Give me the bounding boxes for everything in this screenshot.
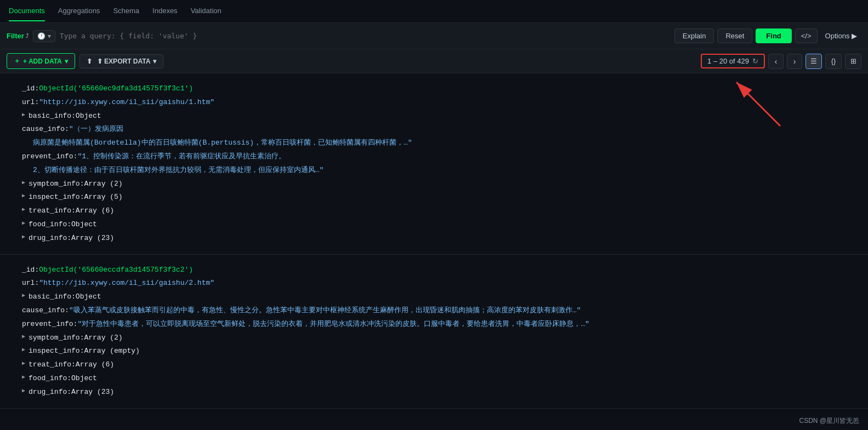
doc-cause-info-line1: cause_info: "（一）发病原因: [11, 123, 857, 136]
document-card: _id: ObjectId('65660eccdfa3d14575f3f3c2'…: [0, 255, 868, 409]
doc-cause-info-line2: 病原菌是鲍特菌属(Bordetella)中的百日咳鲍特菌(B.pertussis…: [11, 136, 857, 150]
doc-url-line: url: "http://jib.xywy.com/il_sii/gaishu/…: [11, 96, 857, 110]
filter-input[interactable]: [60, 32, 670, 40]
json-view-button[interactable]: {}: [825, 54, 842, 69]
plus-icon: ＋: [14, 56, 20, 66]
documents-container: _id: ObjectId('65660ec9dfa3d14575f3f3c1'…: [0, 73, 868, 430]
add-data-button[interactable]: ＋ + ADD DATA ▾: [7, 53, 75, 69]
doc2-url-line: url: "http://jib.xywy.com/il_sii/gaishu/…: [11, 277, 857, 290]
history-button[interactable]: 🕐 ▾: [33, 30, 55, 42]
doc2-cause-info-line: cause_info: "吸入苯蒸气或皮肤接触苯而引起的中毒，有急性、慢性之分。…: [11, 304, 857, 318]
doc-basic-info-line: ▶ basic_info: Object: [11, 110, 857, 123]
tab-validation[interactable]: Validation: [191, 1, 222, 21]
tab-schema[interactable]: Schema: [113, 1, 139, 21]
doc2-inspect-info-line: ▶ inspect_info: Array (empty): [11, 345, 857, 358]
pagination-area: 1 – 20 of 429 ↻ ‹ › ☰ {} ⊞: [701, 54, 861, 69]
options-button[interactable]: Options ▶: [821, 29, 861, 43]
doc2-drug-info-line: ▶ drug_info: Array (23): [11, 386, 857, 399]
doc-treat-info-line: ▶ treat_info: Array (6): [11, 204, 857, 218]
reset-button[interactable]: Reset: [717, 28, 752, 43]
doc2-id-line: _id: ObjectId('65660eccdfa3d14575f3f3c2'…: [11, 263, 857, 277]
pagination-box: 1 – 20 of 429 ↻: [701, 54, 765, 68]
chevron-down-icon: ▾: [153, 58, 156, 65]
tab-indexes[interactable]: Indexes: [152, 1, 178, 21]
doc-inspect-info-line: ▶ inspect_info: Array (5): [11, 191, 857, 204]
code-toggle-button[interactable]: </>: [795, 28, 818, 43]
doc-prevent-info-line1: prevent_info: "1、控制传染源：在流行季节，若有前驱症状应及早抗生…: [11, 150, 857, 164]
document-card: _id: ObjectId('65660ec9dfa3d14575f3f3c1'…: [0, 73, 868, 255]
chevron-down-icon: ▾: [65, 58, 68, 65]
nav-tabs: Documents Aggregations Schema Indexes Va…: [0, 0, 868, 23]
doc-symptom-info-line: ▶ symptom_info: Array (2): [11, 177, 857, 191]
prev-page-button[interactable]: ‹: [768, 54, 784, 69]
table-view-button[interactable]: ⊞: [845, 54, 861, 69]
doc-drug-info-line: ▶ drug_info: Array (23): [11, 232, 857, 245]
refresh-icon[interactable]: ↻: [752, 57, 758, 65]
chevron-down-icon: ▾: [48, 32, 51, 40]
tab-aggregations[interactable]: Aggregations: [58, 1, 100, 21]
doc2-symptom-info-line: ▶ symptom_info: Array (2): [11, 331, 857, 345]
doc2-treat-info-line: ▶ treat_info: Array (6): [11, 358, 857, 372]
explain-button[interactable]: Explain: [674, 28, 714, 43]
pagination-label: 1 – 20 of 429: [707, 57, 749, 65]
external-link-icon: ⤴: [26, 33, 29, 39]
clock-icon: 🕐: [37, 32, 46, 40]
doc2-prevent-info-line: prevent_info: "对于急性中毒患者，可以立即脱离现场至空气新鲜处，脱…: [11, 318, 857, 331]
export-icon: ⬆: [87, 58, 92, 65]
filter-actions: Explain Reset Find </> Options ▶: [674, 28, 861, 43]
next-page-button[interactable]: ›: [787, 54, 802, 69]
doc-id-line: _id: ObjectId('65660ec9dfa3d14575f3f3c1'…: [11, 82, 857, 96]
doc-food-info-line: ▶ food_info: Object: [11, 218, 857, 232]
doc-prevent-info-line2: 2、切断传播途径：由于百日咳杆菌对外界抵抗力较弱，无需消毒处理，但应保持室内通风…: [11, 164, 857, 177]
doc2-basic-info-line: ▶ basic_info: Object: [11, 290, 857, 304]
export-data-button[interactable]: ⬆ ⬆ EXPORT DATA ▾: [80, 54, 164, 68]
find-button[interactable]: Find: [756, 28, 791, 43]
tab-documents[interactable]: Documents: [9, 1, 45, 21]
filter-bar: Filter ⤴ 🕐 ▾ Explain Reset Find </> Opti…: [0, 23, 868, 49]
filter-label: Filter ⤴: [7, 32, 29, 40]
action-bar: ＋ + ADD DATA ▾ ⬆ ⬆ EXPORT DATA ▾ 1 – 20 …: [0, 49, 868, 73]
list-view-button[interactable]: ☰: [805, 54, 822, 69]
doc2-food-info-line: ▶ food_info: Object: [11, 372, 857, 386]
watermark: CSDN @星川皆无恙: [799, 416, 859, 426]
